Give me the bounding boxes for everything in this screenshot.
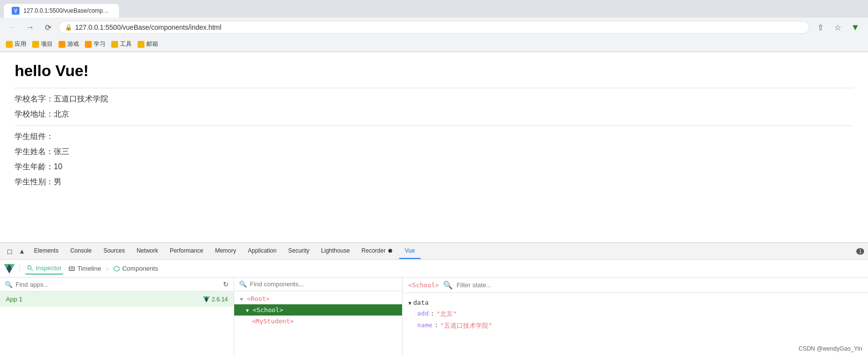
console-badge: 1: [856, 248, 864, 255]
tab-bar: V 127.0.0.1:5500/vueBase/components/inde…: [0, 0, 868, 18]
svg-marker-6: [114, 266, 120, 271]
student-name: 学生姓名：张三: [15, 147, 853, 157]
prop-value-add: "北京": [436, 310, 457, 318]
forward-button[interactable]: →: [23, 20, 37, 34]
components-search-bar: 🔍: [234, 277, 402, 291]
school-label: <School>: [253, 306, 283, 314]
components-button[interactable]: Components: [111, 263, 160, 274]
timeline-label: Timeline: [77, 265, 101, 272]
state-search-icon: 🔍: [443, 280, 453, 290]
school-name-label: 学校名字：: [15, 95, 54, 103]
tab-recorder[interactable]: Recorder ⏺: [356, 243, 399, 259]
prop-key-add: add: [417, 310, 428, 318]
tree-root[interactable]: <Root>: [234, 293, 402, 304]
address-text: 127.0.0.1:5500/vueBase/components/index.…: [75, 23, 222, 31]
apps-search-bar: 🔍 ↻: [0, 277, 234, 292]
bookmark-icon-apps: [6, 41, 13, 48]
app-version-text: 2.6.14: [212, 296, 228, 303]
panel-right: <School> 🔍 data add : "北京": [403, 277, 868, 356]
nav-bar: ← → ⟳ 🔒 127.0.0.1:5500/vueBase/component…: [0, 18, 868, 37]
refresh-button[interactable]: ⟳: [41, 20, 55, 34]
bookmark-project[interactable]: 项目: [32, 40, 53, 48]
data-group-label[interactable]: data: [403, 297, 868, 308]
tab-application[interactable]: Application: [242, 243, 283, 259]
bookmark-games[interactable]: 游戏: [59, 40, 79, 48]
prop-value-name: "五道口技术学院": [440, 321, 492, 330]
vue-version-icon: [203, 297, 210, 302]
tab-security[interactable]: Security: [283, 243, 315, 259]
bookmarks-bar: 应用 项目 游戏 学习 工具 邮箱: [0, 37, 868, 52]
page-content: hello Vue! 学校名字：五道口技术学院 学校地址：北京 学生组件： 学生…: [0, 52, 868, 242]
panel-middle: 🔍 <Root> <School> <MyStudent>: [234, 277, 403, 356]
student-age-label: 学生年龄：: [15, 162, 54, 171]
svg-point-2: [28, 265, 31, 269]
data-group: data add : "北京" name : "五道口技术学院": [403, 297, 868, 332]
tree-mystudent[interactable]: <MyStudent>: [234, 316, 402, 327]
student-name-value: 张三: [54, 147, 69, 156]
student-section-label: 学生组件：: [15, 132, 853, 142]
tab-performance[interactable]: Performance: [164, 243, 209, 259]
app-item-version: 2.6.14: [203, 296, 228, 303]
state-header: <School> 🔍: [403, 277, 868, 293]
bookmark-study[interactable]: 学习: [85, 40, 105, 48]
bookmark-icon-project: [32, 41, 39, 48]
component-tree: <Root> <School> <MyStudent>: [234, 291, 402, 329]
prop-key-name: name: [417, 321, 432, 330]
tab-lighthouse[interactable]: Lighthouse: [315, 243, 356, 259]
student-gender-label: 学生性别：: [15, 178, 54, 186]
state-component-tag: <School>: [408, 281, 439, 289]
components-label: Components: [122, 265, 158, 272]
tab-sources[interactable]: Sources: [98, 243, 131, 259]
bookmark-tools[interactable]: 工具: [111, 40, 132, 48]
vue-devtools: Inspector Timeline › Components 🔍 ↻: [0, 260, 868, 356]
tree-school[interactable]: <School>: [234, 304, 402, 316]
devtools-device-button[interactable]: ▲: [16, 245, 28, 257]
tab-console[interactable]: Console: [64, 243, 98, 259]
devtools-right-controls: 1: [856, 248, 864, 255]
timeline-icon: [68, 265, 75, 272]
apps-refresh-button[interactable]: ↻: [223, 280, 229, 288]
active-tab[interactable]: V 127.0.0.1:5500/vueBase/components/inde…: [4, 4, 119, 18]
tab-memory[interactable]: Memory: [209, 243, 242, 259]
tab-vue[interactable]: Vue: [399, 243, 421, 259]
divider-1: [15, 88, 853, 88]
school-name-value: 五道口技术学院: [54, 95, 108, 103]
bookmark-apps[interactable]: 应用: [6, 40, 26, 48]
components-search-input[interactable]: [250, 280, 397, 288]
app-item[interactable]: App 1 2.6.14: [0, 292, 234, 307]
timeline-button[interactable]: Timeline: [66, 263, 103, 274]
share-button[interactable]: ⇧: [813, 20, 827, 34]
tab-network[interactable]: Network: [131, 243, 164, 259]
bookmark-icon-games: [59, 41, 65, 48]
watermark: CSDN @wendyGao_Yin: [799, 345, 862, 352]
bookmark-icon-study: [85, 41, 92, 48]
root-label: <Root>: [247, 295, 270, 302]
devtools-panels: 🔍 ↻ App 1 2.6.14: [0, 277, 868, 356]
tab-title: 127.0.0.1:5500/vueBase/components/index.…: [23, 7, 111, 14]
tab-favicon: V: [12, 7, 20, 15]
apps-search-icon: 🔍: [5, 281, 13, 288]
state-prop-name: name : "五道口技术学院": [403, 320, 868, 332]
inspector-button[interactable]: Inspector: [25, 262, 63, 275]
mystudent-label: <MyStudent>: [252, 317, 294, 325]
student-gender: 学生性别：男: [15, 177, 853, 187]
apps-search-input[interactable]: [16, 281, 220, 288]
lock-icon: 🔒: [65, 24, 72, 31]
menu-button[interactable]: ▼: [848, 20, 862, 34]
bookmark-button[interactable]: ☆: [831, 20, 845, 34]
devtools-inspect-button[interactable]: ◻: [4, 245, 16, 257]
browser-chrome: V 127.0.0.1:5500/vueBase/components/inde…: [0, 0, 868, 52]
student-name-label: 学生姓名：: [15, 147, 54, 156]
inspector-label: Inspector: [36, 264, 61, 272]
devtools-tab-bar: ◻ ▲ Elements Console Sources Network Per…: [0, 243, 868, 260]
bookmark-mail[interactable]: 邮箱: [138, 40, 158, 48]
bookmark-label-games: 游戏: [67, 40, 79, 48]
state-filter-input[interactable]: [457, 281, 862, 289]
panel-left: 🔍 ↻ App 1 2.6.14: [0, 277, 234, 356]
school-name: 学校名字：五道口技术学院: [15, 94, 853, 104]
address-bar[interactable]: 🔒 127.0.0.1:5500/vueBase/components/inde…: [59, 21, 809, 34]
tab-elements[interactable]: Elements: [28, 243, 64, 259]
back-button[interactable]: ←: [6, 20, 20, 34]
root-arrow-icon: [240, 295, 243, 302]
school-addr: 学校地址：北京: [15, 109, 853, 119]
